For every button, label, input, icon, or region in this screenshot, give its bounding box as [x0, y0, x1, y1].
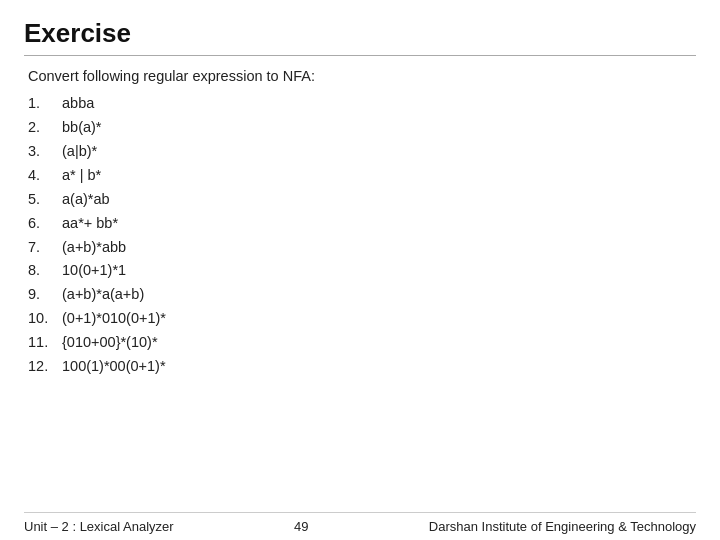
- list-item: 12. 100(1)*00(0+1)*: [28, 355, 696, 379]
- item-number: 7.: [28, 236, 62, 260]
- item-expression: (a|b)*: [62, 140, 97, 164]
- exercise-list: 1.abba2.bb(a)*3.(a|b)*4.a* | b*5.a(a)*ab…: [28, 92, 696, 379]
- list-item: 4.a* | b*: [28, 164, 696, 188]
- item-expression: aa*+ bb*: [62, 212, 118, 236]
- item-number: 6.: [28, 212, 62, 236]
- item-expression: a(a)*ab: [62, 188, 110, 212]
- item-number: 1.: [28, 92, 62, 116]
- list-item: 8.10(0+1)*1: [28, 259, 696, 283]
- main-content: Convert following regular expression to …: [24, 68, 696, 512]
- list-item: 10.(0+1)*010(0+1)*: [28, 307, 696, 331]
- page-title: Exercise: [24, 18, 696, 49]
- item-number: 8.: [28, 259, 62, 283]
- item-number: 5.: [28, 188, 62, 212]
- item-number: 3.: [28, 140, 62, 164]
- intro-text: Convert following regular expression to …: [28, 68, 696, 84]
- list-item: 6.aa*+ bb*: [28, 212, 696, 236]
- item-expression: bb(a)*: [62, 116, 102, 140]
- list-item: 5.a(a)*ab: [28, 188, 696, 212]
- item-expression: 100(1)*00(0+1)*: [62, 355, 166, 379]
- list-item: 1.abba: [28, 92, 696, 116]
- list-item: 7.(a+b)*abb: [28, 236, 696, 260]
- item-expression: (0+1)*010(0+1)*: [62, 307, 166, 331]
- item-number: 9.: [28, 283, 62, 307]
- item-expression: {010+00}*(10)*: [62, 331, 158, 355]
- item-expression: 10(0+1)*1: [62, 259, 126, 283]
- page: Exercise Convert following regular expre…: [0, 0, 720, 540]
- footer-page-number: 49: [294, 519, 308, 534]
- item-number: 10.: [28, 307, 62, 331]
- item-expression: a* | b*: [62, 164, 101, 188]
- item-expression: abba: [62, 92, 94, 116]
- list-item: 3.(a|b)*: [28, 140, 696, 164]
- list-item: 11.{010+00}*(10)*: [28, 331, 696, 355]
- item-expression: (a+b)*a(a+b): [62, 283, 144, 307]
- title-divider: [24, 55, 696, 56]
- item-number: 11.: [28, 331, 62, 355]
- item-number: 2.: [28, 116, 62, 140]
- item-expression: (a+b)*abb: [62, 236, 126, 260]
- footer: Unit – 2 : Lexical Analyzer 49 Darshan I…: [24, 512, 696, 540]
- item-number: 12.: [28, 355, 62, 379]
- list-item: 2.bb(a)*: [28, 116, 696, 140]
- list-item: 9.(a+b)*a(a+b): [28, 283, 696, 307]
- footer-right: Darshan Institute of Engineering & Techn…: [429, 519, 696, 534]
- item-number: 4.: [28, 164, 62, 188]
- footer-left: Unit – 2 : Lexical Analyzer: [24, 519, 174, 534]
